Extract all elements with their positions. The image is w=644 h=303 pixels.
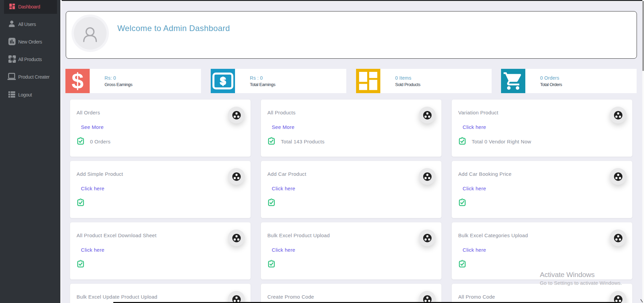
svg-text:$: $ (220, 75, 226, 87)
